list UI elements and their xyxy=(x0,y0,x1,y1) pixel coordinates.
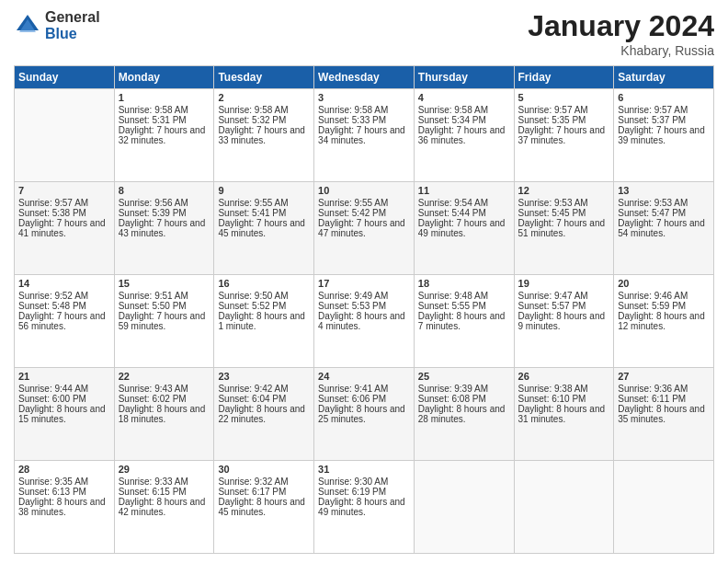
sunrise-text: Sunrise: 9:38 AM xyxy=(518,384,610,394)
sunset-text: Sunset: 5:55 PM xyxy=(418,301,510,311)
calendar-cell: 6Sunrise: 9:57 AMSunset: 5:37 PMDaylight… xyxy=(614,89,714,182)
daylight-text: Daylight: 8 hours and 9 minutes. xyxy=(518,311,610,331)
daylight-text: Daylight: 8 hours and 15 minutes. xyxy=(18,404,110,424)
calendar-cell: 30Sunrise: 9:32 AMSunset: 6:17 PMDayligh… xyxy=(214,461,314,554)
daylight-text: Daylight: 8 hours and 4 minutes. xyxy=(318,311,410,331)
day-number: 9 xyxy=(218,185,310,196)
sunset-text: Sunset: 5:48 PM xyxy=(18,301,110,311)
calendar-cell: 9Sunrise: 9:55 AMSunset: 5:41 PMDaylight… xyxy=(214,182,314,275)
sunset-text: Sunset: 5:35 PM xyxy=(518,115,610,125)
weekday-header-row: Sunday Monday Tuesday Wednesday Thursday… xyxy=(15,66,714,89)
day-number: 21 xyxy=(18,371,110,382)
calendar-cell xyxy=(514,461,614,554)
calendar-cell: 3Sunrise: 9:58 AMSunset: 5:33 PMDaylight… xyxy=(314,89,415,182)
calendar-week-row: 21Sunrise: 9:44 AMSunset: 6:00 PMDayligh… xyxy=(15,368,714,461)
sunset-text: Sunset: 6:17 PM xyxy=(218,487,310,497)
calendar-cell: 28Sunrise: 9:35 AMSunset: 6:13 PMDayligh… xyxy=(15,461,115,554)
sunset-text: Sunset: 6:06 PM xyxy=(318,394,410,404)
daylight-text: Daylight: 8 hours and 45 minutes. xyxy=(218,497,310,517)
sunset-text: Sunset: 5:45 PM xyxy=(518,208,610,218)
daylight-text: Daylight: 7 hours and 49 minutes. xyxy=(418,218,510,238)
th-saturday: Saturday xyxy=(614,66,714,89)
day-number: 26 xyxy=(518,371,610,382)
day-number: 5 xyxy=(518,92,610,103)
sunrise-text: Sunrise: 9:55 AM xyxy=(318,198,410,208)
logo-blue-text: Blue xyxy=(45,26,100,42)
calendar-cell: 1Sunrise: 9:58 AMSunset: 5:31 PMDaylight… xyxy=(114,89,214,182)
calendar-cell: 5Sunrise: 9:57 AMSunset: 5:35 PMDaylight… xyxy=(514,89,614,182)
daylight-text: Daylight: 7 hours and 33 minutes. xyxy=(218,125,310,145)
logo-general-text: General xyxy=(45,9,100,26)
calendar-cell: 7Sunrise: 9:57 AMSunset: 5:38 PMDaylight… xyxy=(15,182,115,275)
sunset-text: Sunset: 5:31 PM xyxy=(119,115,210,125)
calendar-cell: 11Sunrise: 9:54 AMSunset: 5:44 PMDayligh… xyxy=(414,182,514,275)
calendar-week-row: 28Sunrise: 9:35 AMSunset: 6:13 PMDayligh… xyxy=(15,461,714,554)
daylight-text: Daylight: 7 hours and 59 minutes. xyxy=(119,311,210,331)
day-number: 19 xyxy=(518,278,610,289)
daylight-text: Daylight: 7 hours and 54 minutes. xyxy=(618,218,710,238)
daylight-text: Daylight: 8 hours and 42 minutes. xyxy=(119,497,210,517)
sunset-text: Sunset: 5:59 PM xyxy=(618,301,710,311)
title-section: January 2024 Khabary, Russia xyxy=(528,9,714,58)
sunrise-text: Sunrise: 9:54 AM xyxy=(418,198,510,208)
calendar-cell: 17Sunrise: 9:49 AMSunset: 5:53 PMDayligh… xyxy=(314,275,415,368)
calendar-cell: 12Sunrise: 9:53 AMSunset: 5:45 PMDayligh… xyxy=(514,182,614,275)
sunrise-text: Sunrise: 9:55 AM xyxy=(218,198,310,208)
calendar-cell: 22Sunrise: 9:43 AMSunset: 6:02 PMDayligh… xyxy=(114,368,214,461)
sunset-text: Sunset: 5:44 PM xyxy=(418,208,510,218)
sunrise-text: Sunrise: 9:46 AM xyxy=(618,291,710,301)
daylight-text: Daylight: 7 hours and 39 minutes. xyxy=(618,125,710,145)
daylight-text: Daylight: 8 hours and 49 minutes. xyxy=(318,497,410,517)
daylight-text: Daylight: 8 hours and 1 minute. xyxy=(218,311,310,331)
sunset-text: Sunset: 5:53 PM xyxy=(318,301,410,311)
day-number: 24 xyxy=(318,371,410,382)
sunset-text: Sunset: 6:19 PM xyxy=(318,487,410,497)
sunrise-text: Sunrise: 9:49 AM xyxy=(318,291,410,301)
sunset-text: Sunset: 6:08 PM xyxy=(418,394,510,404)
sunrise-text: Sunrise: 9:57 AM xyxy=(18,198,110,208)
daylight-text: Daylight: 8 hours and 22 minutes. xyxy=(218,404,310,424)
sunrise-text: Sunrise: 9:50 AM xyxy=(218,291,310,301)
sunrise-text: Sunrise: 9:32 AM xyxy=(218,477,310,487)
sunset-text: Sunset: 5:37 PM xyxy=(618,115,710,125)
sunrise-text: Sunrise: 9:41 AM xyxy=(318,384,410,394)
th-tuesday: Tuesday xyxy=(214,66,314,89)
day-number: 7 xyxy=(18,185,110,196)
calendar-cell: 23Sunrise: 9:42 AMSunset: 6:04 PMDayligh… xyxy=(214,368,314,461)
day-number: 6 xyxy=(618,92,710,103)
day-number: 3 xyxy=(318,92,410,103)
sunrise-text: Sunrise: 9:42 AM xyxy=(218,384,310,394)
sunrise-text: Sunrise: 9:53 AM xyxy=(618,198,710,208)
sunset-text: Sunset: 6:10 PM xyxy=(518,394,610,404)
daylight-text: Daylight: 7 hours and 51 minutes. xyxy=(518,218,610,238)
daylight-text: Daylight: 8 hours and 25 minutes. xyxy=(318,404,410,424)
sunset-text: Sunset: 5:39 PM xyxy=(119,208,210,218)
th-sunday: Sunday xyxy=(15,66,115,89)
sunset-text: Sunset: 6:15 PM xyxy=(119,487,210,497)
day-number: 30 xyxy=(218,464,310,475)
day-number: 18 xyxy=(418,278,510,289)
calendar-cell: 19Sunrise: 9:47 AMSunset: 5:57 PMDayligh… xyxy=(514,275,614,368)
daylight-text: Daylight: 8 hours and 12 minutes. xyxy=(618,311,710,331)
day-number: 16 xyxy=(218,278,310,289)
month-title: January 2024 xyxy=(528,9,714,43)
calendar-week-row: 1Sunrise: 9:58 AMSunset: 5:31 PMDaylight… xyxy=(15,89,714,182)
calendar-cell: 18Sunrise: 9:48 AMSunset: 5:55 PMDayligh… xyxy=(414,275,514,368)
calendar-table: Sunday Monday Tuesday Wednesday Thursday… xyxy=(14,65,714,554)
sunset-text: Sunset: 6:13 PM xyxy=(18,487,110,497)
calendar-cell: 27Sunrise: 9:36 AMSunset: 6:11 PMDayligh… xyxy=(614,368,714,461)
sunset-text: Sunset: 5:32 PM xyxy=(218,115,310,125)
sunrise-text: Sunrise: 9:43 AM xyxy=(119,384,210,394)
day-number: 22 xyxy=(119,371,210,382)
daylight-text: Daylight: 8 hours and 7 minutes. xyxy=(418,311,510,331)
day-number: 10 xyxy=(318,185,410,196)
sunrise-text: Sunrise: 9:44 AM xyxy=(18,384,110,394)
daylight-text: Daylight: 8 hours and 28 minutes. xyxy=(418,404,510,424)
sunrise-text: Sunrise: 9:58 AM xyxy=(418,105,510,115)
daylight-text: Daylight: 7 hours and 37 minutes. xyxy=(518,125,610,145)
sunset-text: Sunset: 5:52 PM xyxy=(218,301,310,311)
daylight-text: Daylight: 7 hours and 47 minutes. xyxy=(318,218,410,238)
day-number: 23 xyxy=(218,371,310,382)
day-number: 20 xyxy=(618,278,710,289)
sunset-text: Sunset: 5:47 PM xyxy=(618,208,710,218)
